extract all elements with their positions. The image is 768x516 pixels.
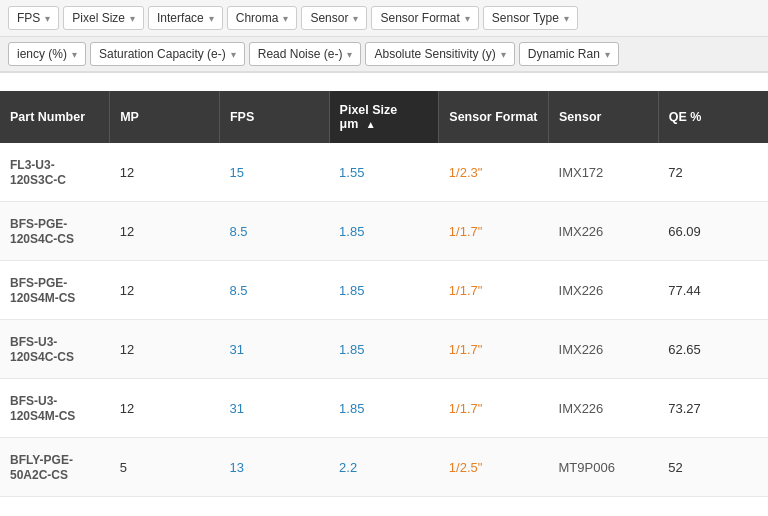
part-number-value: BFS-U3-120S4M-CS — [10, 394, 75, 423]
cell-part-number: BFLY-PGE-50A2C-CS — [0, 438, 110, 497]
fps-value: 31 — [229, 401, 243, 416]
cell-sensor-format: 1/1.7" — [439, 261, 549, 320]
col-header-pixel-size[interactable]: Pixel Sizeμm ▲ — [329, 91, 439, 143]
sensor-value: IMX226 — [559, 224, 604, 239]
mp-value: 12 — [120, 342, 134, 357]
table-row: BFS-PGE-120S4M-CS128.51.851/1.7"IMX22677… — [0, 261, 768, 320]
active-filter-label: iency (%) — [17, 47, 67, 61]
qe-value: 77.44 — [668, 283, 701, 298]
filter-tag-sensor[interactable]: Sensor▾ — [301, 6, 367, 30]
qe-value: 62.65 — [668, 342, 701, 357]
dropdown-arrow-icon: ▾ — [130, 13, 135, 24]
filter-tag-interface[interactable]: Interface▾ — [148, 6, 223, 30]
part-number-value: BFS-U3-120S4C-CS — [10, 335, 74, 364]
filter-label: Sensor Format — [380, 11, 459, 25]
cell-qe: 72 — [658, 143, 768, 202]
filter-label: Sensor — [310, 11, 348, 25]
cell-part-number: FL3-U3-120S3C-C — [0, 143, 110, 202]
dropdown-arrow-icon: ▾ — [231, 49, 236, 60]
table-row: BFS-PGE-120S4C-CS128.51.851/1.7"IMX22666… — [0, 202, 768, 261]
sensor-format-value: 1/1.7" — [449, 401, 483, 416]
filter-tag-chroma[interactable]: Chroma▾ — [227, 6, 298, 30]
dropdown-arrow-icon: ▾ — [72, 49, 77, 60]
mp-value: 12 — [120, 165, 134, 180]
table-header: Part NumberMPFPSPixel Sizeμm ▲Sensor For… — [0, 91, 768, 143]
cell-mp: 12 — [110, 143, 220, 202]
spacer — [0, 73, 768, 91]
table-row: BFLY-PGE-50A2C-CS5132.21/2.5"MT9P00652 — [0, 438, 768, 497]
active-filter-tag-dynamic-range[interactable]: Dynamic Ran▾ — [519, 42, 619, 66]
pixel-size-value: 1.85 — [339, 342, 364, 357]
active-filter-tag-saturation[interactable]: Saturation Capacity (e-)▾ — [90, 42, 245, 66]
mp-value: 12 — [120, 224, 134, 239]
qe-value: 66.09 — [668, 224, 701, 239]
cell-pixel-size: 1.85 — [329, 379, 439, 438]
dropdown-arrow-icon: ▾ — [605, 49, 610, 60]
cell-mp: 5 — [110, 438, 220, 497]
mp-value: 5 — [120, 460, 127, 475]
cell-sensor: IMX226 — [549, 379, 659, 438]
cell-fps: 31 — [219, 320, 329, 379]
dropdown-arrow-icon: ▾ — [347, 49, 352, 60]
dropdown-arrow-icon: ▾ — [45, 13, 50, 24]
pixel-size-value: 1.55 — [339, 165, 364, 180]
active-filter-label: Dynamic Ran — [528, 47, 600, 61]
part-number-value: BFS-PGE-120S4C-CS — [10, 217, 74, 246]
filter-tag-pixel-size[interactable]: Pixel Size▾ — [63, 6, 144, 30]
filter-tag-sensor-format[interactable]: Sensor Format▾ — [371, 6, 478, 30]
sensor-value: IMX226 — [559, 401, 604, 416]
cell-sensor: IMX226 — [549, 202, 659, 261]
cell-pixel-size: 1.85 — [329, 261, 439, 320]
cell-pixel-size: 1.85 — [329, 202, 439, 261]
active-filter-label: Absolute Sensitivity (y) — [374, 47, 495, 61]
cell-qe: 62.65 — [658, 320, 768, 379]
col-header-fps[interactable]: FPS — [219, 91, 329, 143]
active-filter-tag-iency[interactable]: iency (%)▾ — [8, 42, 86, 66]
cell-mp: 12 — [110, 379, 220, 438]
col-header-sensor[interactable]: Sensor — [549, 91, 659, 143]
filter-tag-fps[interactable]: FPS▾ — [8, 6, 59, 30]
sensor-value: IMX226 — [559, 342, 604, 357]
col-header-qe[interactable]: QE % — [658, 91, 768, 143]
sensor-format-value: 1/1.7" — [449, 224, 483, 239]
dropdown-arrow-icon: ▾ — [465, 13, 470, 24]
dropdown-arrow-icon: ▾ — [501, 49, 506, 60]
active-filter-label: Saturation Capacity (e-) — [99, 47, 226, 61]
fps-value: 15 — [229, 165, 243, 180]
cell-sensor-format: 1/1.7" — [439, 202, 549, 261]
cell-qe: 73.27 — [658, 379, 768, 438]
pixel-size-value: 2.2 — [339, 460, 357, 475]
pixel-size-value: 1.85 — [339, 283, 364, 298]
dropdown-arrow-icon: ▾ — [283, 13, 288, 24]
cell-fps: 15 — [219, 143, 329, 202]
qe-value: 72 — [668, 165, 682, 180]
table-body: FL3-U3-120S3C-C12151.551/2.3"IMX17272BFS… — [0, 143, 768, 497]
data-table: Part NumberMPFPSPixel Sizeμm ▲Sensor For… — [0, 91, 768, 497]
cell-pixel-size: 1.85 — [329, 320, 439, 379]
filter-tag-sensor-type[interactable]: Sensor Type▾ — [483, 6, 578, 30]
fps-value: 13 — [229, 460, 243, 475]
cell-fps: 31 — [219, 379, 329, 438]
active-filter-label: Read Noise (e-) — [258, 47, 343, 61]
fps-value: 8.5 — [229, 224, 247, 239]
cell-qe: 77.44 — [658, 261, 768, 320]
cell-mp: 12 — [110, 320, 220, 379]
cell-sensor: IMX226 — [549, 320, 659, 379]
col-header-sensor-format[interactable]: Sensor Format — [439, 91, 549, 143]
col-header-part-number[interactable]: Part Number — [0, 91, 110, 143]
cell-fps: 13 — [219, 438, 329, 497]
cell-mp: 12 — [110, 202, 220, 261]
filter-label: Sensor Type — [492, 11, 559, 25]
cell-fps: 8.5 — [219, 202, 329, 261]
cell-part-number: BFS-PGE-120S4M-CS — [0, 261, 110, 320]
qe-value: 73.27 — [668, 401, 701, 416]
sort-arrow-icon: ▲ — [366, 119, 376, 130]
filter-label: Interface — [157, 11, 204, 25]
cell-mp: 12 — [110, 261, 220, 320]
active-filter-tag-abs-sensitivity[interactable]: Absolute Sensitivity (y)▾ — [365, 42, 514, 66]
active-filter-tag-read-noise[interactable]: Read Noise (e-)▾ — [249, 42, 362, 66]
col-header-mp[interactable]: MP — [110, 91, 220, 143]
filter-label: Chroma — [236, 11, 279, 25]
dropdown-arrow-icon: ▾ — [564, 13, 569, 24]
cell-fps: 8.5 — [219, 261, 329, 320]
